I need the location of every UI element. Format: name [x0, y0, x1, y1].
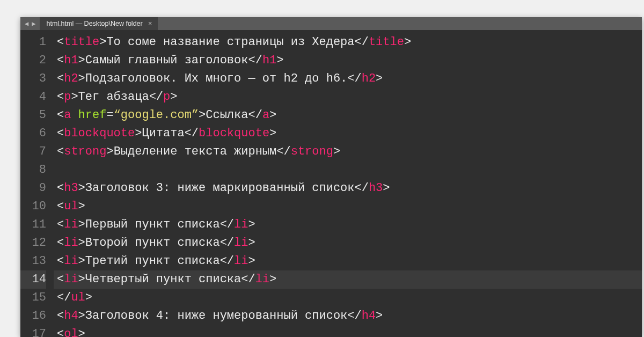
line-number: 5 — [20, 106, 46, 124]
close-icon[interactable]: × — [148, 20, 152, 27]
line-number: 2 — [20, 52, 46, 70]
code-line[interactable]: <h2>Подзаголовок. Их много — от h2 до h6… — [57, 70, 642, 88]
code-line[interactable]: <title>То соме название страницы из Хеде… — [57, 33, 642, 52]
code-line[interactable]: <strong>Выделение текста жирным</strong> — [57, 143, 642, 161]
code-line[interactable]: <a href=“google.com”>Ссылка</a> — [57, 106, 642, 124]
editor-window: ◀ ▶ html.html — Desktop\New folder × 123… — [20, 17, 642, 337]
tab-label: html.html — Desktop\New folder — [46, 20, 142, 27]
line-number: 14 — [20, 270, 46, 289]
file-tab[interactable]: html.html — Desktop\New folder × — [40, 17, 157, 30]
code-line[interactable]: <li>Первый пункт списка</li> — [57, 216, 642, 234]
line-number: 17 — [20, 325, 46, 337]
line-number: 11 — [20, 216, 46, 234]
code-line[interactable]: <h1>Самый главный заголовок</h1> — [57, 52, 642, 70]
line-number: 1 — [20, 33, 46, 52]
code-line[interactable]: <h3>Заголовок 3: ниже маркированный спис… — [57, 179, 642, 197]
line-number: 13 — [20, 252, 46, 270]
code-line[interactable]: <li>Четвертый пункт списка</li> — [54, 270, 642, 289]
code-line[interactable]: <p>Тег абзаца</p> — [57, 88, 642, 106]
code-line[interactable]: <ul> — [57, 197, 642, 216]
code-line[interactable]: </ul> — [57, 289, 642, 307]
code-content[interactable]: <title>То соме название страницы из Хеде… — [54, 30, 642, 337]
nav-next-icon[interactable]: ▶ — [32, 20, 35, 28]
line-number: 4 — [20, 88, 46, 106]
line-number-gutter: 1234567891011121314151617 — [20, 30, 54, 337]
nav-prev-icon[interactable]: ◀ — [25, 20, 28, 28]
line-number: 10 — [20, 197, 46, 216]
title-bar: ◀ ▶ html.html — Desktop\New folder × — [20, 17, 642, 30]
line-number: 8 — [20, 161, 46, 179]
code-line[interactable]: <li>Третий пункт списка</li> — [57, 252, 642, 270]
code-line[interactable]: <ol> — [57, 325, 642, 337]
line-number: 7 — [20, 143, 46, 161]
code-line[interactable]: <h4>Заголовок 4: ниже нумерованный списо… — [57, 307, 642, 325]
line-number: 12 — [20, 234, 46, 252]
editor-area[interactable]: 1234567891011121314151617 <title>То соме… — [20, 30, 642, 337]
line-number: 9 — [20, 179, 46, 197]
code-line[interactable]: <blockquote>Цитата</blockquote> — [57, 124, 642, 143]
line-number: 3 — [20, 70, 46, 88]
code-line[interactable]: <li>Второй пункт списка</li> — [57, 234, 642, 252]
line-number: 16 — [20, 307, 46, 325]
code-line[interactable] — [57, 161, 642, 179]
line-number: 6 — [20, 124, 46, 143]
nav-arrows: ◀ ▶ — [20, 17, 40, 30]
line-number: 15 — [20, 289, 46, 307]
